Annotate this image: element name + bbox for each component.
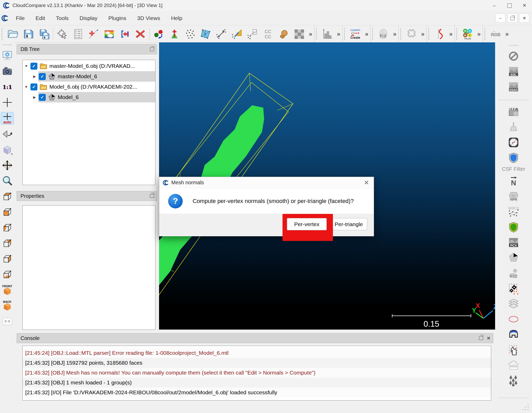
rsd-button[interactable]: RSD — [507, 267, 520, 279]
properties-float-icon[interactable] — [150, 194, 154, 198]
stereo-dots-button[interactable] — [1, 315, 14, 327]
rotate-view-button[interactable] — [1, 128, 14, 140]
iso-back-button[interactable]: BACK — [1, 300, 14, 312]
toolbar-drag-handle[interactable] — [456, 28, 458, 40]
tree-item[interactable]: ▶✓master-Model_6 — [23, 71, 155, 82]
toolbar-drag-handle[interactable] — [2, 28, 4, 40]
cloud-mesh-distance-button[interactable] — [229, 27, 245, 42]
menu-help[interactable]: Help — [166, 15, 188, 21]
expand-arrow-icon[interactable]: ▶ — [31, 95, 38, 99]
iso-view-cube-button[interactable] — [1, 144, 14, 156]
csf-shield-button[interactable] — [507, 152, 520, 164]
window-close-button[interactable]: ✕ — [517, 0, 532, 11]
zoom-mode-button[interactable] — [1, 175, 14, 187]
masc-train-button[interactable]: MABC3DTRAIN — [460, 27, 475, 42]
toolbar-drag-handle[interactable] — [3, 44, 12, 47]
collapse-arrow-icon[interactable]: ▼ — [23, 85, 30, 89]
view-bottom-button[interactable] — [1, 268, 14, 280]
zoom-1-1-button[interactable]: 1:11:1 — [1, 81, 14, 93]
vr-helmet-button[interactable] — [507, 329, 520, 340]
window-maximize-button[interactable] — [502, 0, 517, 11]
db-tree[interactable]: ▼✓master-Model_6.obj (D:/VRAKAD...▶✓mast… — [22, 60, 155, 185]
poisson-gears-button[interactable] — [507, 283, 520, 294]
checkerboard-button[interactable] — [291, 27, 307, 42]
hpr-button[interactable]: HPR — [507, 191, 520, 202]
histogram-button[interactable] — [319, 27, 335, 42]
console-close-icon[interactable]: ✕ — [487, 336, 490, 340]
statistical-test-button[interactable] — [245, 27, 260, 42]
pan-mode-button[interactable] — [1, 159, 14, 171]
fractal-outline-button[interactable] — [404, 27, 419, 42]
view-right-button[interactable] — [1, 253, 14, 265]
menu-tools[interactable]: Tools — [50, 15, 74, 21]
tree-item-content[interactable]: ✓Model_6.obj (D:/VRAKADEMI-202... — [30, 82, 155, 92]
canupo-shield-button[interactable] — [507, 221, 520, 233]
toolbar-drag-handle[interactable] — [372, 28, 374, 40]
db-tree-header[interactable]: DB Tree — [17, 44, 157, 54]
view-close-button[interactable]: ✕ — [519, 14, 529, 23]
view-restore-button[interactable] — [507, 14, 517, 23]
hand-pick-button[interactable] — [507, 344, 520, 356]
toolbar-drag-handle[interactable] — [509, 45, 518, 47]
toolbar-overflow-button[interactable]: » — [447, 31, 455, 38]
animation-clapper-button[interactable] — [507, 106, 520, 118]
toolbar-drag-handle[interactable] — [400, 28, 402, 40]
tree-item-content[interactable]: ✓master-Model_6 — [38, 71, 155, 82]
subsample-button[interactable] — [182, 27, 198, 42]
properties-header[interactable]: Properties — [17, 191, 157, 201]
open-button[interactable] — [5, 27, 21, 42]
view-back-button[interactable] — [1, 237, 14, 249]
m3c2-button[interactable]: M3C2 — [507, 206, 520, 218]
mesh-delaunay-button[interactable] — [198, 27, 213, 42]
compass-button[interactable] — [507, 136, 520, 148]
toolbar-overflow-button[interactable]: » — [335, 31, 342, 38]
kd-button[interactable]: Kd — [376, 27, 391, 42]
window-minimize-button[interactable]: – — [487, 0, 502, 11]
tree-item-content[interactable]: ✓Model_6 — [38, 92, 155, 102]
delete-button[interactable] — [133, 27, 148, 42]
db-tree-float-icon[interactable] — [150, 48, 154, 51]
resize-grip[interactable] — [521, 403, 530, 411]
menu-3d-views[interactable]: 3D Views — [132, 15, 166, 21]
tree-item-content[interactable]: ✓master-Model_6.obj (D:/VRAKAD... — [30, 61, 155, 71]
entity-picker-button[interactable] — [55, 27, 70, 42]
tree-item[interactable]: ▶✓Model_6 — [23, 92, 155, 102]
console-float-icon[interactable] — [479, 336, 483, 340]
toolbar-overflow-button[interactable]: » — [419, 31, 426, 38]
toolbar-overflow-button[interactable]: » — [391, 31, 398, 38]
pick-center-button[interactable] — [1, 96, 14, 108]
view-minimize-button[interactable]: – — [495, 14, 505, 23]
toolbar-overflow-button[interactable]: » — [475, 31, 483, 38]
per-vertex-button[interactable]: Per-vertex — [287, 218, 327, 230]
toolbar-drag-handle[interactable] — [344, 28, 346, 40]
toolbar-drag-handle[interactable] — [428, 28, 430, 40]
view-front-button[interactable] — [1, 206, 14, 218]
visibility-checkbox[interactable]: ✓ — [30, 63, 37, 70]
menu-plugins[interactable]: Plugins — [103, 15, 132, 21]
ssao-shader-button[interactable]: SSAO — [507, 81, 520, 93]
cloud-ruler-button[interactable] — [507, 359, 520, 371]
console-header[interactable]: Console ✕ — [17, 333, 493, 343]
view-left-button[interactable] — [1, 222, 14, 234]
console-log[interactable]: [21:45:24] [OBJ::Load::MTL parser] Error… — [22, 346, 491, 401]
toolbar-drag-handle[interactable] — [316, 28, 318, 40]
screenshot-camera-button[interactable] — [1, 65, 14, 77]
view-top-button[interactable] — [1, 191, 14, 202]
primitive-glove-button[interactable] — [276, 27, 291, 42]
tree-item[interactable]: ▼✓master-Model_6.obj (D:/VRAKAD... — [23, 61, 155, 71]
edl-shader-button[interactable]: EDL — [507, 65, 520, 77]
cc-label-button[interactable]: CCCC — [260, 27, 276, 42]
no-shader-button[interactable] — [507, 50, 520, 62]
iso-front-button[interactable]: FRONT — [1, 284, 14, 296]
clone-button[interactable] — [101, 27, 117, 42]
fine-registration-button[interactable] — [167, 27, 182, 42]
dialog-header[interactable]: Mesh normals ✕ — [159, 177, 374, 188]
collapse-arrow-icon[interactable]: ▼ — [23, 64, 30, 68]
rgb-button[interactable]: RGB — [488, 27, 503, 42]
expand-arrow-icon[interactable]: ▶ — [31, 74, 38, 78]
apply-transformation-button[interactable] — [117, 27, 133, 42]
layers-stack-button[interactable] — [507, 298, 520, 310]
save-button[interactable] — [21, 27, 36, 42]
visibility-checkbox[interactable]: ✓ — [30, 83, 37, 90]
trees-button[interactable] — [507, 375, 520, 386]
